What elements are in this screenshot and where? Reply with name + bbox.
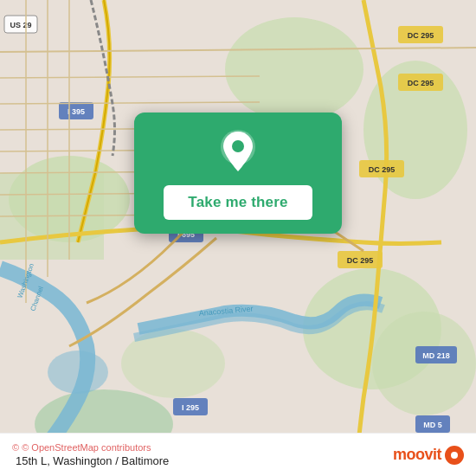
map-background: DC 295 DC 295 DC 295 I 395 I 695 I 295 U…: [0, 0, 476, 476]
popup-card: Take me there: [134, 113, 342, 234]
svg-text:DC 295: DC 295: [347, 256, 374, 265]
svg-point-9: [48, 351, 108, 394]
svg-text:DC 295: DC 295: [408, 79, 434, 87]
attribution-text: © OpenStreetMap contributors: [22, 442, 151, 453]
moovit-logo: moovit: [393, 446, 464, 465]
bottom-left: © © OpenStreetMap contributors 15th L, W…: [12, 442, 169, 467]
location-icon-wrapper: [214, 128, 262, 177]
svg-point-45: [232, 140, 244, 152]
take-me-there-button[interactable]: Take me there: [164, 185, 312, 220]
moovit-logo-dot-inner: [451, 452, 458, 459]
svg-text:DC 295: DC 295: [408, 31, 434, 40]
copyright-symbol: ©: [12, 442, 19, 453]
moovit-logo-text: moovit: [393, 446, 441, 464]
moovit-logo-dot: [445, 446, 464, 465]
svg-text:US 29: US 29: [10, 21, 31, 29]
svg-text:I 295: I 295: [182, 403, 199, 412]
map-container: DC 295 DC 295 DC 295 I 395 I 695 I 295 U…: [0, 0, 476, 476]
bottom-bar: © © OpenStreetMap contributors 15th L, W…: [0, 433, 476, 476]
location-label: 15th L, Washington / Baltimore: [16, 454, 169, 467]
svg-text:MD 218: MD 218: [422, 351, 450, 360]
svg-text:MD 5: MD 5: [423, 421, 442, 429]
location-pin-icon: [217, 128, 259, 177]
svg-text:I 395: I 395: [68, 107, 85, 116]
attribution: © © OpenStreetMap contributors: [12, 442, 169, 453]
svg-text:DC 295: DC 295: [369, 165, 396, 174]
svg-point-3: [225, 17, 363, 121]
